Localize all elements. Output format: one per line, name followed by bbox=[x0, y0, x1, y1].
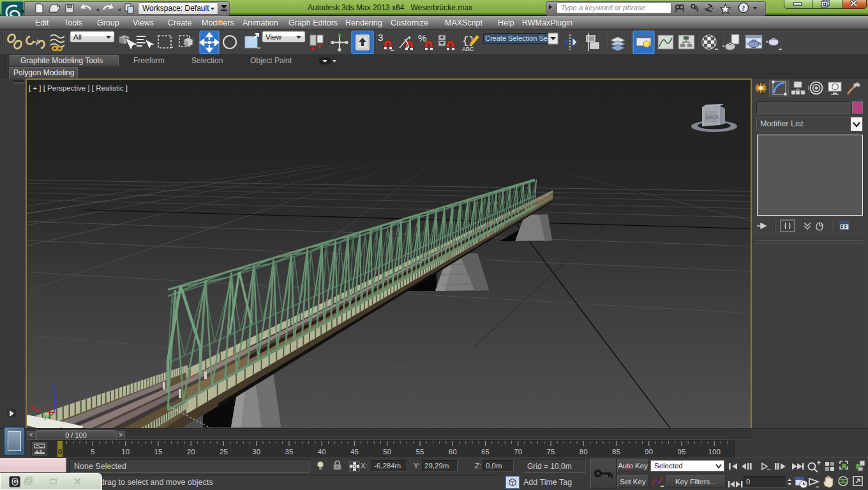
svg-text:70: 70 bbox=[514, 448, 522, 456]
svg-text:75: 75 bbox=[547, 448, 555, 456]
svg-text:65: 65 bbox=[481, 448, 490, 456]
svg-text:All: All bbox=[73, 33, 82, 41]
svg-text:45: 45 bbox=[350, 448, 359, 456]
svg-text:30: 30 bbox=[252, 448, 260, 456]
svg-text:[ + ] [ Perspective ] [ Realis: [ + ] [ Perspective ] [ Realistic ] bbox=[29, 84, 128, 92]
svg-text:?: ? bbox=[742, 4, 745, 12]
svg-text:80: 80 bbox=[580, 448, 588, 456]
svg-text:95: 95 bbox=[678, 448, 686, 456]
svg-text:15: 15 bbox=[154, 448, 163, 456]
svg-text:Create Selection Se: Create Selection Se bbox=[485, 34, 548, 42]
svg-text:View: View bbox=[266, 33, 281, 41]
svg-text:5: 5 bbox=[91, 448, 94, 456]
svg-text:60: 60 bbox=[449, 448, 457, 456]
svg-text:0: 0 bbox=[58, 448, 62, 456]
svg-text:X: X bbox=[31, 403, 36, 411]
svg-text:3: 3 bbox=[378, 32, 383, 43]
svg-text:BACK: BACK bbox=[705, 114, 719, 120]
svg-text:20: 20 bbox=[187, 448, 195, 456]
svg-text:25: 25 bbox=[220, 448, 228, 456]
svg-text:90: 90 bbox=[645, 448, 653, 456]
svg-text:85: 85 bbox=[612, 448, 620, 456]
svg-text:40: 40 bbox=[318, 448, 326, 456]
svg-text:y: y bbox=[44, 413, 47, 420]
svg-text:100: 100 bbox=[708, 448, 721, 456]
svg-text:10: 10 bbox=[121, 448, 130, 456]
svg-text:ABC: ABC bbox=[462, 46, 474, 52]
svg-text:55: 55 bbox=[416, 448, 424, 456]
svg-text:35: 35 bbox=[285, 448, 294, 456]
svg-text:%: % bbox=[418, 33, 426, 43]
svg-text:50: 50 bbox=[383, 448, 391, 456]
svg-text:Z: Z bbox=[51, 384, 56, 392]
